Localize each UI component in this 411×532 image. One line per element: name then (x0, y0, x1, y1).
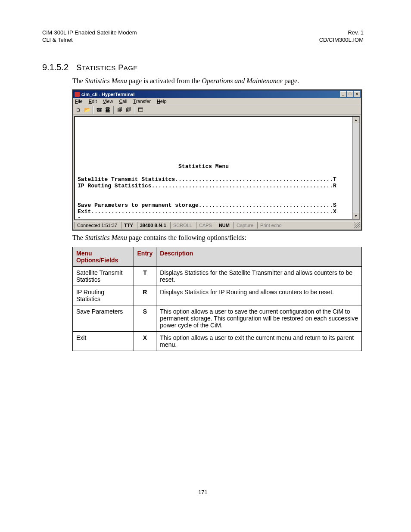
scroll-down-icon[interactable]: ▾ (353, 213, 359, 219)
cell-entry: R (134, 286, 156, 305)
close-button[interactable]: × (354, 91, 360, 97)
cell-description: Displays Statistics for the Satellite Tr… (156, 266, 362, 286)
menu-file[interactable]: File (75, 99, 83, 104)
cell-option: Satellite Transmit Statistics (73, 266, 134, 286)
table-header-row: Menu Options/Fields Entry Description (73, 247, 362, 266)
resize-grip-icon[interactable] (354, 222, 360, 228)
cell-description: This option allows a user to save the cu… (156, 305, 362, 331)
menu-help[interactable]: Help (157, 99, 167, 104)
page: CiM-300L IP Enabled Satellite Modem CLI … (0, 0, 411, 513)
page-number: 171 (42, 489, 364, 495)
col-entry: Entry (134, 247, 156, 266)
section-number: 9.1.5.2 (42, 62, 68, 72)
menu-transfer[interactable]: Transfer (133, 99, 151, 104)
section-heading: 9.1.5.2 STATISTICS PAGE (42, 61, 364, 73)
maximize-button[interactable]: □ (347, 91, 353, 97)
menu-edit[interactable]: Edit (89, 99, 97, 104)
app-icon (75, 92, 80, 97)
open-icon[interactable]: 📂 (83, 106, 91, 114)
hyperterminal-window: cim_cli - HyperTerminal _ □ × File Edit … (72, 90, 362, 230)
send-icon[interactable]: 🗐 (116, 106, 124, 114)
status-connected: Connected 1:51:37 (74, 222, 120, 229)
options-table: Menu Options/Fields Entry Description Sa… (72, 247, 362, 351)
status-capture: Capture (234, 222, 256, 229)
terminal-output[interactable]: Statistics Menu Satellite Transmit Stati… (75, 117, 352, 219)
window-titlebar[interactable]: cim_cli - HyperTerminal _ □ × (73, 90, 361, 98)
minimize-button[interactable]: _ (340, 91, 346, 97)
cell-entry: T (134, 266, 156, 286)
status-echo: Print echo (257, 222, 285, 229)
disconnect-icon[interactable]: 🖀 (104, 106, 112, 114)
page-header: CiM-300L IP Enabled Satellite Modem CLI … (42, 29, 364, 44)
header-right-line2: CD/CIM300L.IOM (319, 37, 364, 43)
menu-bar: File Edit View Call Transfer Help (73, 98, 361, 105)
col-description: Description (156, 247, 362, 266)
status-caps: CAPS (196, 222, 215, 229)
vertical-scrollbar[interactable]: ▴ ▾ (352, 117, 359, 219)
cell-entry: X (134, 331, 156, 351)
header-left: CiM-300L IP Enabled Satellite Modem CLI … (42, 29, 137, 44)
intro-paragraph: The Statistics Menu page is activated fr… (72, 76, 364, 86)
status-bar: Connected 1:51:37 TTY 38400 8-N-1 SCROLL… (73, 221, 361, 230)
cell-option: Save Parameters (73, 305, 134, 331)
status-baud: 38400 8-N-1 (137, 222, 169, 229)
cell-option: IP Routing Statistics (73, 286, 134, 305)
window-title: cim_cli - HyperTerminal (81, 92, 134, 97)
table-row: Satellite Transmit StatisticsTDisplays S… (73, 266, 362, 286)
new-icon[interactable]: 🗋 (75, 106, 82, 114)
cell-description: Displays Statistics for IP Routing and a… (156, 286, 362, 305)
receive-icon[interactable]: 🗐 (125, 106, 132, 114)
header-left-line1: CiM-300L IP Enabled Satellite Modem (42, 29, 137, 36)
scroll-up-icon[interactable]: ▴ (353, 117, 359, 123)
status-num: NUM (216, 222, 233, 229)
cell-entry: S (134, 305, 156, 331)
after-paragraph: The Statistics Menu page contains the fo… (72, 233, 364, 243)
table-row: Save ParametersSThis option allows a use… (73, 305, 362, 331)
table-row: IP Routing StatisticsRDisplays Statistic… (73, 286, 362, 305)
table-row: ExitXThis option allows a user to exit t… (73, 331, 362, 351)
cell-description: This option allows a user to exit the cu… (156, 331, 362, 351)
header-left-line2: CLI & Telnet (42, 37, 73, 43)
menu-call[interactable]: Call (119, 99, 127, 104)
status-scroll: SCROLL (170, 222, 195, 229)
properties-icon[interactable]: 🗔 (137, 106, 144, 114)
toolbar: 🗋 📂 ☎ 🖀 🗐 🗐 🗔 (73, 105, 361, 115)
section-title: STATISTICS PAGE (76, 63, 138, 72)
call-icon[interactable]: ☎ (95, 106, 103, 114)
col-menu-options: Menu Options/Fields (73, 247, 134, 266)
header-right-line1: Rev. 1 (348, 29, 364, 36)
status-tty: TTY (121, 222, 136, 229)
header-right: Rev. 1 CD/CIM300L.IOM (319, 29, 364, 44)
cell-option: Exit (73, 331, 134, 351)
menu-view[interactable]: View (103, 99, 113, 104)
